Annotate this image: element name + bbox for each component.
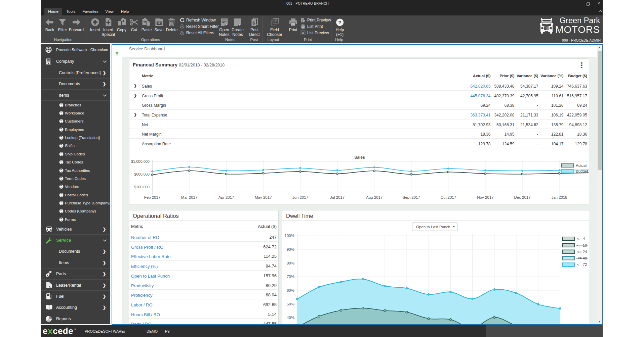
- svg-text:Nov 2017: Nov 2017: [477, 195, 493, 199]
- svg-text:50%: 50%: [287, 302, 294, 306]
- svg-text:80%: 80%: [287, 261, 294, 265]
- svg-text:Feb 2017: Feb 2017: [144, 195, 161, 199]
- svg-text:40%: 40%: [287, 316, 294, 320]
- svg-text:100%: 100%: [285, 234, 294, 238]
- svg-text:May 2017: May 2017: [255, 195, 272, 199]
- svg-text:<= 72: <= 72: [577, 262, 587, 267]
- svg-text:Aug 2017: Aug 2017: [366, 195, 383, 199]
- svg-text:Jan 2018: Jan 2018: [551, 195, 567, 199]
- svg-text:60%: 60%: [287, 288, 294, 292]
- svg-text:Dec 2017: Dec 2017: [514, 195, 530, 199]
- svg-text:90%: 90%: [287, 247, 294, 251]
- svg-text:Mar 2017: Mar 2017: [181, 195, 198, 199]
- svg-text:$1,000,000: $1,000,000: [131, 159, 150, 163]
- svg-text:Jul 2017: Jul 2017: [330, 195, 345, 199]
- svg-text:$: $: [252, 20, 255, 26]
- svg-text:Jun 2017: Jun 2017: [292, 195, 308, 199]
- svg-text:$200,000: $200,000: [134, 185, 150, 189]
- svg-text:Oct 2017: Oct 2017: [440, 195, 456, 199]
- svg-text:?: ?: [338, 19, 341, 25]
- svg-text:$600,000: $600,000: [134, 172, 150, 176]
- svg-text:Actual: Actual: [576, 163, 587, 167]
- svg-text:Sales: Sales: [354, 155, 365, 160]
- svg-text:70%: 70%: [287, 275, 294, 279]
- svg-text:Apr 2017: Apr 2017: [218, 195, 234, 199]
- svg-text:<= 4: <= 4: [577, 237, 585, 241]
- svg-text:Sept 2017: Sept 2017: [402, 195, 420, 199]
- svg-text:<= 24: <= 24: [577, 250, 587, 254]
- svg-text:Budget: Budget: [576, 169, 588, 173]
